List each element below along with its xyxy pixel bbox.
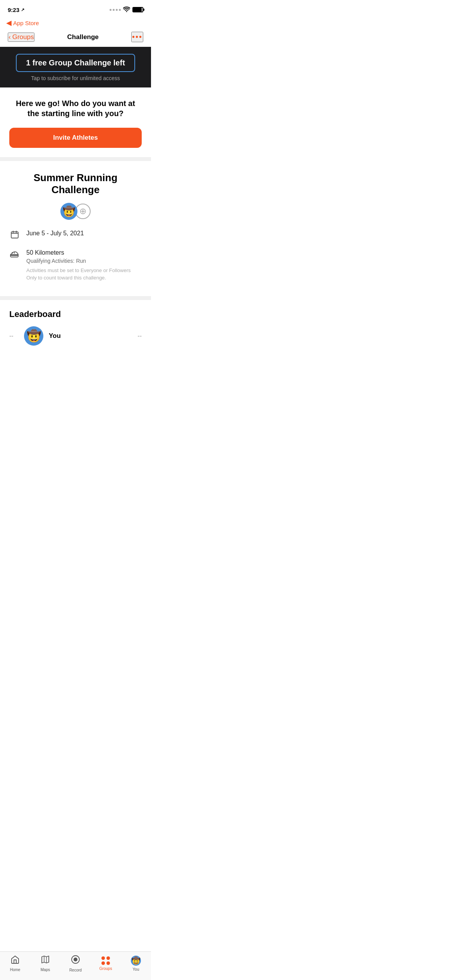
wifi-icon [123,7,130,13]
leaderboard-section: Leaderboard -- 🤠 You -- [0,300,151,353]
calendar-icon [9,230,20,242]
leaderboard-name: You [49,332,132,340]
challenge-name: Summer Running Challenge [9,172,142,196]
invite-section: Here we go! Who do you want at the start… [0,87,151,157]
challenge-note: Activities must be set to Everyone or Fo… [26,267,142,281]
status-bar: 9:23 ↗ [0,0,151,17]
back-arrow-icon: ◀ [6,19,12,27]
nav-header: ‹ Groups Challenge ••• [0,29,151,47]
status-icons [110,7,143,13]
time-display: 9:23 [8,7,19,13]
banner-highlight-box: 1 free Group Challenge left [16,54,135,72]
add-participant-button[interactable]: ⊕ [75,204,91,219]
invite-button-label: Invite Athletes [53,134,98,141]
banner-title: 1 free Group Challenge left [26,58,125,67]
banner-section[interactable]: 1 free Group Challenge left Tap to subsc… [0,47,151,87]
chevron-left-icon: ‹ [9,33,11,41]
banner-subtitle: Tap to subscribe for unlimited access [8,75,143,81]
qualifying-text: Qualifying Activities: Run [26,258,142,264]
invite-heading: Here we go! Who do you want at the start… [9,98,142,118]
distance-text: 50 Kilometers [26,248,142,257]
distance-row: 50 Kilometers Qualifying Activities: Run… [9,248,142,281]
leaderboard-row: -- 🤠 You -- [9,326,142,346]
shoe-icon [9,249,20,261]
rank-display: -- [9,332,19,339]
location-icon: ↗ [21,7,24,12]
date-row: June 5 - July 5, 2021 [9,229,142,242]
svg-rect-0 [11,232,18,238]
groups-back-button[interactable]: ‹ Groups [8,33,34,42]
section-divider [0,157,151,161]
back-nav[interactable]: ◀ App Store [0,17,151,29]
groups-label: Groups [12,33,34,41]
more-button[interactable]: ••• [131,32,143,42]
leaderboard-score: -- [137,332,142,339]
signal-dots [110,9,121,11]
challenge-info-section: Summer Running Challenge 🤠 ⊕ June 5 - Ju… [0,161,151,296]
date-range-text: June 5 - July 5, 2021 [26,229,84,238]
section-divider-2 [0,296,151,300]
challenge-details: June 5 - July 5, 2021 50 Kilometers Qual… [9,229,142,281]
user-avatar-1: 🤠 [60,203,77,220]
back-label: App Store [13,20,39,26]
status-time: 9:23 ↗ [8,7,24,13]
more-icon: ••• [132,33,142,41]
participants-avatars: 🤠 ⊕ [9,203,142,220]
leaderboard-avatar: 🤠 [24,326,43,346]
leaderboard-title: Leaderboard [9,309,142,319]
battery-icon [132,7,143,12]
invite-athletes-button[interactable]: Invite Athletes [9,128,142,148]
page-title: Challenge [67,33,99,41]
